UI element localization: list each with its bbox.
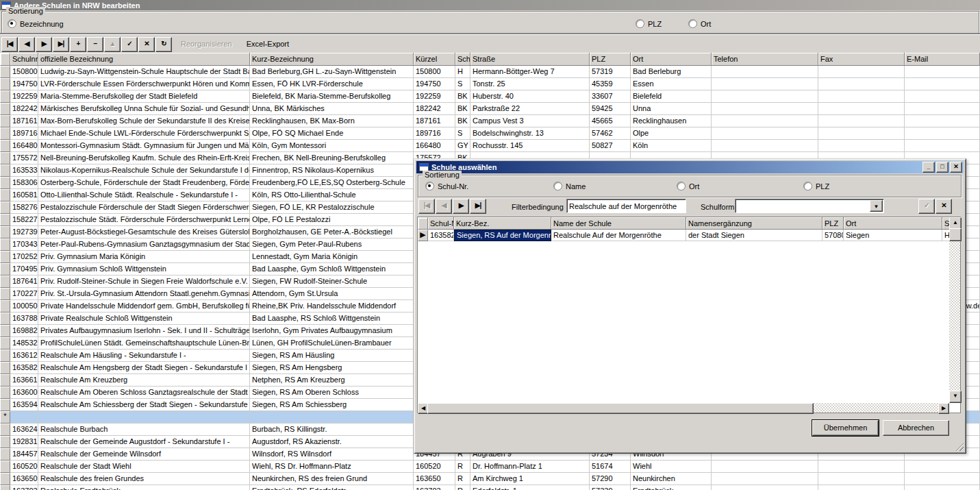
- cell-bez: Nell-Breuning-Berufskolleg Kaufm. Schule…: [38, 152, 250, 164]
- row-marker-cell: [0, 485, 10, 490]
- horizontal-scroll-thumb[interactable]: [427, 403, 814, 414]
- table-row[interactable]: 182242Märkisches Berufskolleg Unna Schul…: [0, 103, 980, 115]
- schools-table-header: Schulnroffizielle BezeichnungKurz-Bezeic…: [0, 53, 980, 66]
- close-button[interactable]: ✕: [950, 162, 962, 173]
- table-row[interactable]: 150800Ludwig-zu-Sayn-Wittgenstein-Schule…: [0, 66, 980, 78]
- cell-kurz: Lünen, GH ProfilSchuleLünen-Brambauer: [250, 337, 414, 350]
- row-marker-cell: [0, 127, 10, 140]
- column-header-ort[interactable]: Ort: [631, 53, 712, 66]
- vertical-scrollbar[interactable]: ▲ ▼: [949, 217, 960, 403]
- cell-bez: Priv. St.-Ursula-Gymnasium Attendorn Sta…: [38, 288, 250, 300]
- next-record-button[interactable]: ▶: [453, 199, 469, 214]
- column-header-offizielle-bezeichnung[interactable]: offizielle Bezeichnung: [38, 53, 250, 66]
- clear-filter-button[interactable]: ✕: [935, 199, 952, 214]
- dialog-schule-auswaehlen: Schule auswählen _□✕ Sortierung Schul-Nr…: [414, 158, 966, 454]
- row-marker-cell: [0, 374, 10, 387]
- resize-grip[interactable]: [955, 442, 964, 451]
- prior-record-button[interactable]: ◀: [18, 37, 35, 52]
- sort-radio-ort[interactable]: Ort: [688, 19, 711, 28]
- insert-record-button[interactable]: +: [70, 37, 86, 52]
- cell-kurz: Essen, FÖ HK LVR-Förderschule: [250, 78, 414, 90]
- column-header-plz[interactable]: PLZ: [590, 53, 631, 66]
- cell-ort: Siegen: [844, 230, 942, 241]
- filter-input[interactable]: [566, 199, 686, 213]
- column-header-sch[interactable]: Sch: [455, 53, 470, 66]
- table-row[interactable]: 189716Michael Ende-Schule LWL-Förderschu…: [0, 127, 980, 140]
- table-row[interactable]: 166480Montessori-Gymnasium Städt. Gymnas…: [0, 140, 980, 152]
- cell-kurz: Attendorn, Gym St.Ursula: [250, 288, 414, 300]
- row-marker-cell: [0, 152, 10, 164]
- sort-radio-name[interactable]: Name: [553, 182, 586, 191]
- column-header-fax[interactable]: Fax: [818, 53, 905, 66]
- cancel-button[interactable]: Abbrechen: [883, 420, 949, 436]
- vertical-scroll-thumb[interactable]: [949, 228, 962, 241]
- sort-radio-plz[interactable]: PLZ: [803, 182, 829, 191]
- cell-nr: 163650: [10, 473, 38, 485]
- cell-bez: ProfilSchuleLünen Städt. Gemeinschaftsha…: [38, 337, 250, 350]
- sort-radio-ort[interactable]: Ort: [677, 182, 699, 191]
- column-header-telefon[interactable]: Telefon: [712, 53, 818, 66]
- table-row[interactable]: 187161Max-Born-Berufskolleg Schule der S…: [0, 115, 980, 127]
- last-record-button[interactable]: ▶|: [470, 199, 486, 214]
- minimize-button[interactable]: _: [922, 162, 935, 173]
- cell-kurz: Borgholzhausen, GE Peter-A.-Böckstiegel: [250, 226, 414, 238]
- scroll-down-icon[interactable]: ▼: [949, 391, 962, 403]
- post-edit-button[interactable]: ✓: [121, 37, 138, 52]
- last-record-button[interactable]: ▶|: [53, 37, 69, 52]
- table-row[interactable]: 192259Maria-Stemme-Berufskolleg der Stad…: [0, 90, 980, 103]
- cancel-edit-button[interactable]: ✕: [138, 37, 155, 52]
- table-row[interactable]: ▶163582Siegen, RS Auf der MorgenrötReals…: [418, 230, 960, 241]
- scroll-right-icon[interactable]: ▶: [938, 403, 949, 414]
- column-header-namenserg-nzung[interactable]: Namensergänzung: [686, 217, 822, 230]
- cell-email: [905, 66, 980, 78]
- table-row[interactable]: 160520Realschule der Stadt WiehlWiehl, R…: [0, 461, 980, 473]
- column-header-k-rzel[interactable]: Kürzel: [414, 53, 455, 66]
- delete-record-button[interactable]: −: [87, 37, 103, 52]
- column-header-schul-n[interactable]: Schul-N: [428, 217, 454, 230]
- cell-kurz: Olpe, FÖ LE Pestalozzi: [250, 214, 414, 226]
- column-header-e-mail[interactable]: E-Mail: [905, 53, 980, 66]
- cell-bez: Peter-August-Böckstiegel-Gesamtschule de…: [38, 226, 250, 238]
- cell-nr: 163624: [10, 424, 38, 436]
- maximize-button[interactable]: □: [936, 162, 948, 173]
- row-marker-cell: [0, 436, 10, 448]
- first-record-button[interactable]: |◀: [1, 37, 18, 52]
- table-row[interactable]: 163703Realschule ErndtebrückErndtebrück,…: [0, 485, 980, 490]
- sort-radio-bezeichnung[interactable]: Bezeichnung: [8, 19, 64, 28]
- column-header-plz[interactable]: PLZ: [822, 217, 844, 230]
- table-row[interactable]: 194750LVR-Förderschule Essen Förderschwe…: [0, 78, 980, 90]
- column-header-stra-e[interactable]: Straße: [470, 53, 590, 66]
- column-header-name-der-schule[interactable]: Name der Schule: [551, 217, 686, 230]
- cell-nr: 100050: [10, 300, 38, 313]
- cell-tel: [712, 461, 818, 473]
- column-header-ort[interactable]: Ort: [844, 217, 942, 230]
- refresh-button[interactable]: ↻: [155, 37, 172, 52]
- excel-export-button[interactable]: Excel-Export: [240, 37, 295, 51]
- sort-radio-schul-nr[interactable]: Schul-Nr.: [425, 182, 468, 191]
- apply-filter-button: ✓: [918, 199, 935, 214]
- row-marker-cell: [0, 325, 10, 337]
- column-header-kurz-bez[interactable]: Kurz-Bez.: [454, 217, 551, 230]
- row-marker-header: [418, 217, 428, 230]
- horizontal-scrollbar[interactable]: ◀ ▶: [418, 403, 949, 413]
- apply-button[interactable]: Übernehmen: [812, 420, 879, 436]
- dialog-titlebar[interactable]: Schule auswählen _□✕: [416, 161, 964, 173]
- radio-selected-icon: [8, 19, 16, 28]
- table-row[interactable]: 163650Realschule des freien GrundesNeunk…: [0, 473, 980, 485]
- chevron-down-icon[interactable]: ▼: [870, 200, 883, 212]
- sort-radio-plz[interactable]: PLZ: [636, 19, 662, 28]
- row-marker-cell: [0, 337, 10, 350]
- row-marker-cell: [0, 201, 10, 214]
- column-header-schulnr[interactable]: Schulnr: [10, 53, 38, 66]
- row-marker-cell: [0, 288, 10, 300]
- next-record-button[interactable]: ▶: [36, 37, 52, 52]
- schulform-select[interactable]: ▼: [735, 199, 884, 213]
- radio-unselected-icon: [803, 182, 812, 191]
- column-header-kurz-bezeichnung[interactable]: Kurz-Bezeichnung: [250, 53, 414, 66]
- cell-nr: 166480: [10, 140, 38, 152]
- cell-ort: Köln: [631, 140, 712, 152]
- row-marker-cell: [0, 461, 10, 473]
- cell-tel: [712, 127, 818, 140]
- cell-bez: Priv. Gymnasium Maria Königin: [38, 251, 250, 263]
- cell-kz: 150800: [414, 66, 455, 78]
